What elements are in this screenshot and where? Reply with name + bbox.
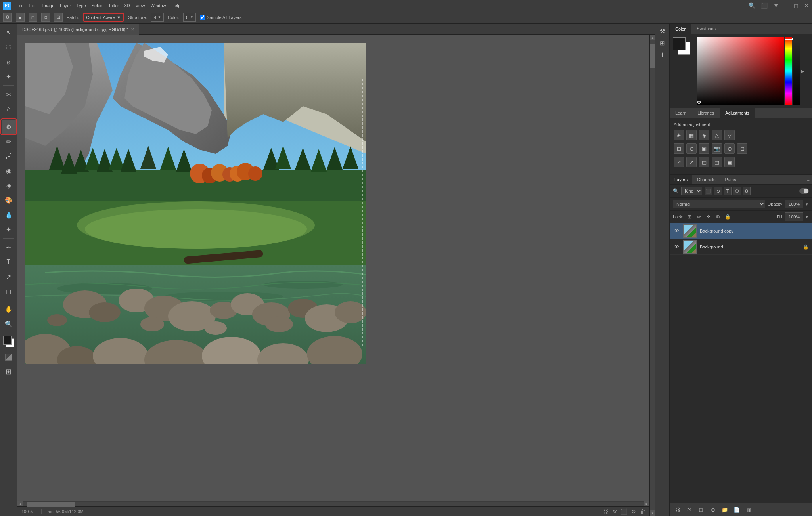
- tab-paths[interactable]: Paths: [720, 175, 741, 184]
- color-spectrum-expand[interactable]: ▶: [801, 69, 804, 73]
- fill-input[interactable]: [785, 212, 803, 221]
- lock-artboards-btn[interactable]: ⧉: [714, 213, 722, 221]
- patch-mode-dropdown[interactable]: Content-Aware ▼: [83, 13, 124, 22]
- v-scroll-down-btn[interactable]: ▼: [650, 510, 655, 516]
- zoom-tool[interactable]: 🔍: [2, 317, 16, 331]
- clone-stamp-tool[interactable]: 🖊: [2, 149, 16, 163]
- blur-tool[interactable]: 💧: [2, 208, 16, 222]
- workspace-icon[interactable]: ⬛: [761, 2, 768, 9]
- tool-preset-btn[interactable]: ⚙: [3, 13, 12, 22]
- gradient-tool[interactable]: 🎨: [2, 193, 16, 207]
- tab-learn[interactable]: Learn: [670, 108, 692, 118]
- type-tool[interactable]: T: [2, 255, 16, 269]
- v-scroll-up-btn[interactable]: ▲: [650, 35, 655, 40]
- mode-btn-3[interactable]: ⧉: [41, 13, 50, 22]
- brush-tool[interactable]: ✏: [2, 134, 16, 149]
- menu-filter[interactable]: Filter: [109, 3, 119, 8]
- minimize-btn[interactable]: ─: [784, 2, 788, 9]
- sample-all-layers-checkbox[interactable]: [200, 15, 205, 20]
- tab-channels[interactable]: Channels: [692, 175, 720, 184]
- maximize-btn[interactable]: ◻: [794, 2, 799, 9]
- magic-wand-tool[interactable]: ✦: [2, 69, 16, 84]
- selective-color-adj[interactable]: ▣: [724, 157, 735, 167]
- search-icon[interactable]: 🔍: [749, 2, 755, 9]
- healing-brush-tool[interactable]: ⚙: [2, 120, 16, 134]
- exposure-adj[interactable]: △: [712, 130, 722, 140]
- opacity-arrow[interactable]: ▼: [805, 202, 809, 206]
- color-saturation-gradient[interactable]: [697, 37, 784, 105]
- tools-panel-icon[interactable]: ⚒: [657, 26, 668, 36]
- add-fx-btn[interactable]: fx: [685, 505, 693, 514]
- tab-color[interactable]: Color: [670, 24, 691, 34]
- workspace-expand-icon[interactable]: ▼: [773, 2, 779, 9]
- menu-window[interactable]: Window: [150, 3, 166, 8]
- h-scroll-right-btn[interactable]: ►: [644, 501, 649, 507]
- canvas-viewport[interactable]: [17, 35, 649, 501]
- layers-options-menu[interactable]: ≡: [807, 177, 812, 182]
- h-scroll-track[interactable]: [23, 502, 644, 506]
- crop-tool[interactable]: ✂: [2, 87, 16, 101]
- menu-file[interactable]: File: [17, 3, 24, 8]
- sample-all-layers-label[interactable]: Sample All Layers: [200, 15, 241, 20]
- menu-layer[interactable]: Layer: [60, 3, 71, 8]
- color-lookup-adj[interactable]: ⊟: [737, 143, 747, 154]
- menu-edit[interactable]: Edit: [29, 3, 37, 8]
- foreground-color-box[interactable]: [673, 37, 686, 50]
- levels-adj[interactable]: ▦: [686, 130, 697, 140]
- hue-saturation-adj[interactable]: ⊞: [674, 143, 684, 154]
- shape-tool[interactable]: ◻: [2, 284, 16, 298]
- menu-select[interactable]: Select: [92, 3, 104, 8]
- fill-arrow[interactable]: ▼: [805, 215, 809, 219]
- mode-btn-2[interactable]: □: [29, 13, 37, 22]
- menu-view[interactable]: View: [136, 3, 145, 8]
- tab-close-icon[interactable]: ✕: [131, 27, 134, 31]
- document-tab[interactable]: DSCF2463.psd @ 100% (Background copy, RG…: [17, 24, 139, 35]
- move-tool[interactable]: ↖: [2, 25, 16, 40]
- layer-visibility-eye[interactable]: 👁: [673, 227, 680, 235]
- vibrance-adj[interactable]: ▽: [724, 130, 735, 140]
- v-scroll-thumb[interactable]: [650, 44, 655, 68]
- tab-libraries[interactable]: Libraries: [692, 108, 720, 118]
- brightness-contrast-adj[interactable]: ☀: [674, 130, 684, 140]
- path-selection-tool[interactable]: ↗: [2, 269, 16, 284]
- h-scroll-thumb[interactable]: [27, 502, 75, 507]
- black-white-adj[interactable]: ▣: [699, 143, 709, 154]
- add-group-btn[interactable]: 📁: [720, 505, 729, 514]
- layer-item[interactable]: 👁 Background copy: [670, 223, 812, 239]
- layer-item[interactable]: 👁 Background 🔒: [670, 239, 812, 255]
- quick-mask-btn[interactable]: [2, 350, 16, 364]
- smart-filter-icon[interactable]: ⚙: [743, 187, 751, 195]
- filter-toggle[interactable]: [799, 188, 809, 194]
- lock-image-btn[interactable]: ✏: [695, 213, 703, 221]
- rectangular-marquee-tool[interactable]: ⬚: [2, 40, 16, 54]
- add-adjustment-btn[interactable]: ⊕: [709, 505, 717, 514]
- link-layers-btn[interactable]: ⛓: [673, 505, 682, 514]
- menu-image[interactable]: Image: [42, 3, 55, 8]
- v-scroll-track[interactable]: [650, 40, 655, 510]
- threshold-adj[interactable]: ▤: [699, 157, 709, 167]
- screen-mode-btn[interactable]: ⊞: [2, 365, 16, 379]
- blend-mode-select[interactable]: Normal: [673, 200, 765, 208]
- type-filter-icon[interactable]: T: [724, 187, 732, 195]
- channel-mixer-adj[interactable]: ⊙: [724, 143, 735, 154]
- lasso-tool[interactable]: ⌀: [2, 55, 16, 69]
- color-balance-adj[interactable]: ⊙: [686, 143, 697, 154]
- lock-all-btn[interactable]: 🔒: [724, 213, 732, 221]
- shape-filter-icon[interactable]: ⬡: [733, 187, 741, 195]
- delete-layer-btn[interactable]: 🗑: [744, 505, 753, 514]
- menu-help[interactable]: Help: [172, 3, 181, 8]
- color-dropdown[interactable]: 0 ▼: [183, 13, 196, 22]
- layer-visibility-eye[interactable]: 👁: [673, 243, 680, 250]
- adjustment-filter-icon[interactable]: ⊙: [714, 187, 722, 195]
- tab-swatches[interactable]: Swatches: [691, 24, 721, 34]
- fg-bg-color-boxes[interactable]: [673, 37, 690, 55]
- lock-position-btn[interactable]: ✛: [705, 213, 712, 221]
- history-brush-tool[interactable]: ◉: [2, 164, 16, 178]
- pixel-filter-icon[interactable]: ⬛: [705, 187, 712, 195]
- add-layer-btn[interactable]: 📄: [732, 505, 741, 514]
- opacity-gradient-slider[interactable]: [793, 37, 800, 105]
- eraser-tool[interactable]: ◈: [2, 178, 16, 193]
- invert-adj[interactable]: ↗: [674, 157, 684, 167]
- opacity-input[interactable]: [785, 200, 803, 208]
- add-mask-btn[interactable]: □: [697, 505, 705, 514]
